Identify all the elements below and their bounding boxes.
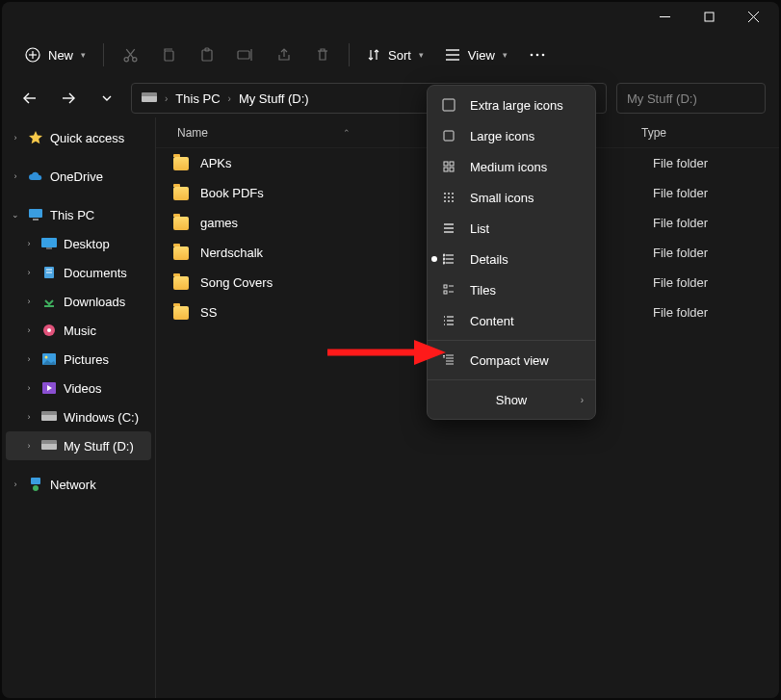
- forward-button[interactable]: [54, 84, 83, 113]
- menu-separator: [428, 340, 595, 341]
- breadcrumb-location[interactable]: My Stuff (D:): [239, 91, 309, 106]
- svg-point-65: [443, 258, 445, 260]
- svg-rect-37: [41, 414, 57, 421]
- selected-indicator-icon: [431, 256, 437, 262]
- svg-point-57: [452, 200, 454, 202]
- sidebar-drive-c[interactable]: › Windows (C:): [6, 402, 151, 431]
- svg-point-64: [443, 254, 445, 256]
- sidebar-label: Quick access: [50, 131, 124, 145]
- chevron-right-icon: ›: [23, 325, 35, 335]
- menu-extra-large-icons[interactable]: Extra large icons: [428, 90, 595, 120]
- svg-rect-25: [33, 219, 39, 220]
- sidebar-documents[interactable]: › Documents: [6, 258, 151, 287]
- sidebar: › Quick access › OneDrive ⌄ This PC › De…: [2, 117, 156, 698]
- minimize-button[interactable]: [642, 2, 687, 31]
- svg-point-20: [536, 54, 539, 57]
- chevron-right-icon: ›: [165, 93, 168, 104]
- sidebar-videos[interactable]: › Videos: [6, 374, 151, 402]
- menu-small-icons[interactable]: Small icons: [428, 182, 595, 213]
- breadcrumb-this-pc[interactable]: This PC: [175, 91, 220, 106]
- menu-list[interactable]: List: [428, 213, 595, 244]
- recent-button[interactable]: [92, 84, 121, 113]
- sidebar-desktop[interactable]: › Desktop: [6, 229, 151, 258]
- svg-point-19: [531, 54, 534, 57]
- menu-large-icons[interactable]: Large icons: [428, 120, 595, 151]
- folder-icon: [173, 306, 189, 320]
- svg-rect-22: [142, 95, 157, 102]
- more-button[interactable]: [519, 38, 556, 72]
- sort-button[interactable]: Sort ▾: [357, 42, 433, 68]
- svg-rect-67: [444, 285, 447, 288]
- svg-point-56: [448, 200, 450, 202]
- body: › Quick access › OneDrive ⌄ This PC › De…: [2, 117, 779, 698]
- svg-point-50: [448, 193, 450, 194]
- svg-point-33: [47, 328, 51, 332]
- search-placeholder: My Stuff (D:): [627, 91, 697, 106]
- extra-large-icons-icon: [441, 98, 456, 112]
- back-button[interactable]: [15, 84, 44, 113]
- search-input[interactable]: My Stuff (D:): [616, 83, 766, 114]
- sidebar-quick-access[interactable]: › Quick access: [6, 123, 151, 152]
- folder-icon: [173, 217, 189, 230]
- navbar: › This PC › My Stuff (D:) My Stuff (D:): [2, 79, 779, 117]
- file-explorer-window: New ▾ Sort ▾ View ▾: [2, 2, 779, 698]
- sidebar-label: Desktop: [64, 237, 110, 251]
- close-button[interactable]: [731, 2, 775, 31]
- menu-show[interactable]: Show ›: [428, 384, 595, 415]
- large-icons-icon: [441, 130, 456, 142]
- new-button[interactable]: New ▾: [15, 41, 95, 68]
- menu-tiles[interactable]: Tiles: [428, 274, 595, 305]
- chevron-right-icon: ›: [581, 395, 584, 405]
- sidebar-onedrive[interactable]: › OneDrive: [6, 162, 151, 191]
- svg-rect-24: [29, 209, 42, 218]
- drive-icon: [40, 440, 58, 452]
- view-button[interactable]: View ▾: [435, 42, 517, 68]
- column-type[interactable]: Type: [641, 126, 666, 140]
- share-button[interactable]: [266, 38, 302, 72]
- sidebar-network[interactable]: › Network: [6, 470, 151, 499]
- svg-rect-43: [443, 99, 455, 111]
- menu-compact-view[interactable]: Compact view: [428, 345, 595, 376]
- menu-content[interactable]: Content: [428, 305, 595, 336]
- sidebar-label: Music: [64, 324, 96, 338]
- sidebar-label: Pictures: [64, 352, 109, 367]
- svg-rect-31: [44, 305, 54, 307]
- sidebar-music[interactable]: › Music: [6, 316, 151, 345]
- chevron-right-icon: ›: [228, 93, 231, 104]
- cut-button[interactable]: [112, 38, 148, 72]
- copy-button[interactable]: [150, 38, 187, 72]
- svg-rect-46: [450, 162, 454, 166]
- sidebar-this-pc[interactable]: ⌄ This PC: [6, 200, 151, 229]
- delete-button[interactable]: [304, 38, 341, 72]
- sidebar-label: My Stuff (D:): [64, 439, 134, 454]
- paste-button[interactable]: [189, 38, 225, 72]
- sort-indicator-icon: ⌃: [343, 128, 351, 138]
- maximize-button[interactable]: [687, 2, 731, 31]
- chevron-right-icon: ›: [23, 297, 35, 306]
- svg-point-49: [444, 193, 446, 194]
- chevron-right-icon: ›: [23, 383, 35, 393]
- svg-point-51: [452, 193, 454, 194]
- network-icon: [27, 478, 44, 491]
- svg-rect-41: [31, 478, 40, 484]
- drive-icon: [40, 411, 58, 423]
- file-type: File folder: [653, 216, 708, 230]
- chevron-down-icon: ▾: [419, 50, 424, 60]
- rename-button[interactable]: [227, 38, 264, 72]
- titlebar: [2, 2, 779, 31]
- videos-icon: [40, 382, 58, 394]
- separator: [103, 43, 104, 66]
- chevron-right-icon: ›: [23, 239, 35, 248]
- sidebar-downloads[interactable]: › Downloads: [6, 287, 151, 316]
- sidebar-drive-d[interactable]: › My Stuff (D:): [6, 431, 151, 460]
- column-name[interactable]: Name ⌃: [177, 126, 331, 140]
- menu-medium-icons[interactable]: Medium icons: [428, 151, 595, 182]
- pictures-icon: [40, 353, 58, 365]
- file-type: File folder: [653, 275, 708, 290]
- medium-icons-icon: [441, 161, 456, 172]
- sidebar-label: Downloads: [64, 295, 125, 309]
- sidebar-label: This PC: [50, 208, 94, 222]
- music-icon: [40, 324, 58, 337]
- sidebar-pictures[interactable]: › Pictures: [6, 345, 151, 374]
- menu-details[interactable]: Details: [428, 244, 595, 274]
